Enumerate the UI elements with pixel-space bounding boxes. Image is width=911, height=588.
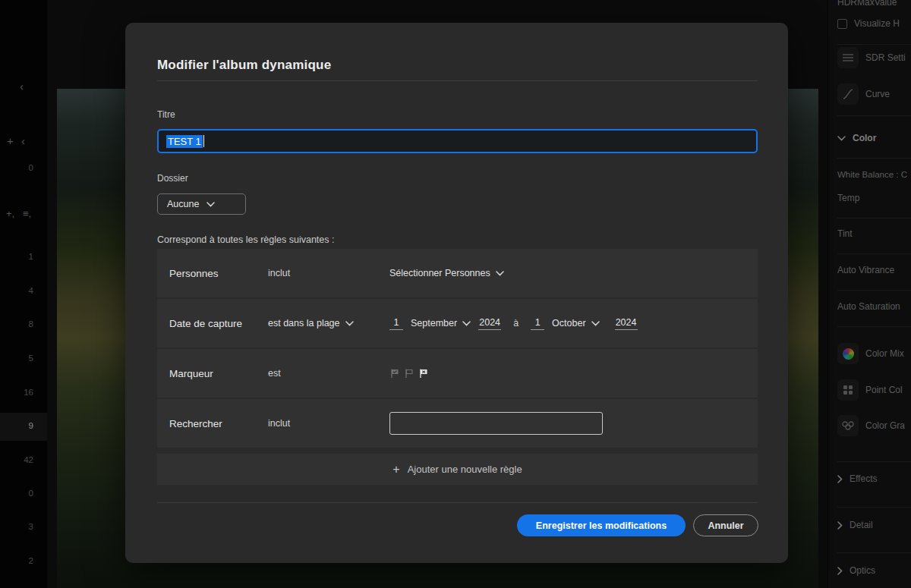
plus-icon: + (392, 463, 399, 476)
title-field-label: Titre (157, 109, 175, 120)
select-people-value: Sélectionner Personnes (389, 268, 490, 278)
chevron-down-icon (462, 321, 471, 326)
rule-field-label: Rechercher (157, 418, 268, 429)
title-input[interactable]: TEST 1 (157, 129, 758, 153)
date-range-operator-dropdown[interactable]: est dans la plage (268, 318, 354, 329)
rules-header: Correspond à toutes les règles suivantes… (157, 234, 334, 245)
rule-operator-label: est dans la plage (268, 318, 340, 329)
flag-pick-icon[interactable] (389, 368, 400, 379)
rule-field-label: Marqueur (157, 368, 268, 379)
cancel-button[interactable]: Annuler (693, 514, 758, 536)
rule-operator-label: est (268, 368, 281, 379)
search-rule-input[interactable] (389, 412, 603, 435)
start-day-input[interactable]: 1 (389, 317, 403, 330)
divider (157, 80, 758, 81)
text-caret (203, 135, 204, 147)
rule-operator-label: inclut (268, 268, 290, 278)
chevron-down-icon (345, 321, 354, 326)
divider (157, 502, 758, 503)
folder-dropdown[interactable]: Aucune (157, 193, 246, 215)
start-year-input[interactable]: 2024 (478, 317, 501, 330)
start-month-dropdown[interactable]: September (411, 318, 471, 329)
end-month-dropdown[interactable]: October (552, 318, 599, 329)
save-button[interactable]: Enregistrer les modifications (517, 514, 686, 536)
add-rule-button[interactable]: + Ajouter une nouvelle règle (157, 454, 758, 485)
flag-options (389, 368, 429, 379)
folder-dropdown-value: Aucune (167, 199, 199, 209)
end-month-value: October (552, 318, 585, 329)
rule-field-label: Personnes (157, 268, 268, 279)
chevron-down-icon (496, 271, 504, 276)
start-month-value: September (411, 318, 457, 329)
end-year-input[interactable]: 2024 (615, 317, 638, 330)
end-day-input[interactable]: 1 (531, 317, 544, 330)
folder-field-label: Dossier (157, 173, 188, 184)
rule-field-label: Date de capture (157, 318, 268, 329)
rule-row-capture-date: Date de capture est dans la plage 1 Sept… (157, 299, 758, 347)
rule-row-people: Personnes inclut Sélectionner Personnes (157, 249, 758, 297)
chevron-down-icon (206, 202, 215, 207)
app-window: ‹ + ‹ +, ≡, 0 1 4 8 5 16 9 42 0 3 2 HDRM… (0, 0, 911, 588)
rule-row-flag: Marqueur est (157, 349, 758, 398)
add-rule-label: Ajouter une nouvelle règle (408, 464, 522, 475)
date-range-joiner: à (513, 318, 519, 329)
chevron-down-icon (591, 321, 600, 326)
flag-reject-icon[interactable] (418, 368, 429, 379)
rules-table: Personnes inclut Sélectionner Personnes … (157, 249, 758, 485)
rule-row-search: Rechercher inclut (157, 399, 758, 448)
dialog-title: Modifier l'album dynamique (157, 58, 331, 73)
title-input-value: TEST 1 (166, 135, 203, 148)
flag-unflagged-icon[interactable] (404, 368, 415, 379)
edit-smart-album-dialog: Modifier l'album dynamique Titre TEST 1 … (125, 23, 788, 563)
select-people-dropdown[interactable]: Sélectionner Personnes (389, 268, 504, 278)
rule-operator-label: inclut (268, 418, 290, 429)
